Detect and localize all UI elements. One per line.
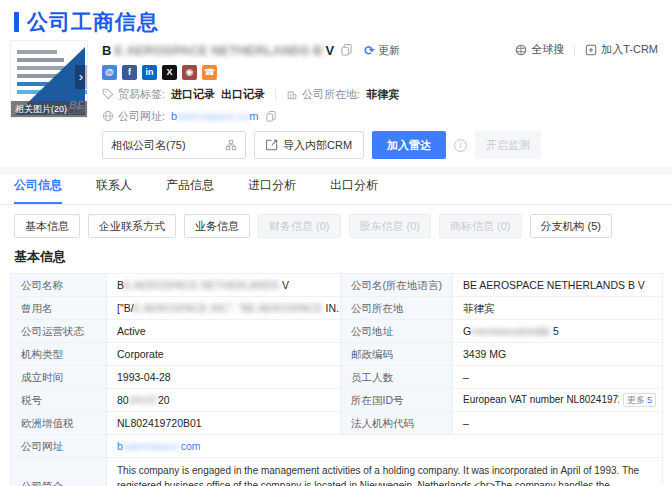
related-images-caption: 相关图片(20) [11,101,87,117]
import-icon [266,139,278,151]
value-suffix: IN... [323,302,341,314]
header-actions: 全球搜 加入T-CRM [515,42,658,57]
table-row: 公司名称 BE AEROSPACE NETHERLANDS V 公司名(所在地语… [11,274,663,297]
social-icons-row: @ f in X ◉ ☎ [102,65,658,80]
field-value: Groenewoudsedijk 5 [453,320,663,343]
export-records-link[interactable]: 出口记录 [221,87,265,102]
tab-import-analysis[interactable]: 进口分析 [248,177,296,204]
value-prefix: ["B/ [117,302,134,314]
field-label: 公司名称 [11,274,107,297]
info-icon[interactable]: i [454,139,467,152]
subtab-business-info[interactable]: 业务信息 [184,214,250,238]
field-value: – [453,412,663,435]
join-radar-button[interactable]: 加入雷达 [372,131,446,159]
copy-icon[interactable] [266,111,280,122]
value-redacted: E AEROSPACE INC", "BE AEROSPACE [134,302,323,314]
field-label: 公司地址 [341,320,453,343]
field-label: 曾用名 [11,297,107,320]
tab-product-info[interactable]: 产品信息 [166,177,214,204]
field-label: 成立时间 [11,366,107,389]
field-value: BE AEROSPACE NETHERLANDS V [107,274,341,297]
website-row: 公司网址: beaerospace.com [102,108,658,124]
value-redacted: eaerospace. [123,440,181,452]
field-label: 邮政编码 [341,343,453,366]
table-row: 成立时间 1993-04-28 员工人数 – [11,366,663,389]
website-label: 公司网址: [118,109,165,124]
trade-tags-label: 贸易标签: [118,87,165,102]
company-website-link[interactable]: beaerospace.com [171,110,258,122]
field-value: BE AEROSPACE NETHERLANDS B V [453,274,663,297]
trade-tags-row: 贸易标签: 进口记录 出口记录 公司所在地: 菲律宾 [102,86,658,102]
instagram-icon[interactable]: ◉ [182,65,197,80]
action-row: 相似公司名(75) 导入内部CRM 加入雷达 i 开启监测 [102,131,658,159]
copy-icon[interactable] [341,44,352,56]
phone-icon[interactable]: ☎ [202,65,217,80]
sub-tabs: 基本信息 企业联系方式 业务信息 财务信息 (0) 股东信息 (0) 商标信息 … [0,205,672,238]
field-label: 员工人数 [341,366,453,389]
field-value: beaerospace.com [107,435,663,458]
company-name-redacted: E AEROSPACE NETHERLANDS B [114,43,322,58]
subtab-branches[interactable]: 分支机构 (5) [530,214,613,238]
field-label: 公司简介 [11,458,107,486]
tab-contacts[interactable]: 联系人 [96,177,132,204]
similar-companies-input[interactable]: 相似公司名(75) [102,131,246,159]
value-prefix: 80 [117,394,129,406]
website-suffix: m [249,110,258,122]
subtab-financial-info: 财务信息 (0) [258,214,341,238]
import-crm-button[interactable]: 导入内部CRM [254,131,364,159]
value-redacted: roenewoudsedijk [471,325,550,337]
linkedin-icon[interactable]: in [142,65,157,80]
field-label: 公司网址 [11,435,107,458]
company-description: This company is engaged in the managemen… [107,458,663,486]
company-name-prefix: B [102,43,111,58]
page-title-row: 公司工商信息 [0,0,672,34]
field-value: 802419720 [107,389,341,412]
x-twitter-icon[interactable]: X [162,65,177,80]
join-tcrm-label: 加入T-CRM [601,42,658,57]
subtab-shareholder-info: 股东信息 (0) [349,214,432,238]
value-suffix: com [181,440,201,452]
value-prefix: G [463,325,471,337]
join-tcrm-button[interactable]: 加入T-CRM [585,42,658,57]
table-row: 税号 802419720 所在国ID号 European VAT number … [11,389,663,412]
tag-icon [102,88,114,100]
update-button[interactable]: 更新 [378,43,400,58]
import-records-link[interactable]: 进口记录 [171,87,215,102]
table-website-link[interactable]: beaerospace.com [117,440,200,452]
description-text: This company is engaged in the managemen… [117,465,639,486]
company-name-suffix: V [325,43,334,58]
more-ids-button[interactable]: 更多5 [623,393,656,407]
company-name: BE AEROSPACE NETHERLANDS BV [102,43,334,58]
company-logo[interactable]: AEROSPACE BE 相关图片(20) › [10,40,88,118]
value-redacted: 24197 [129,394,158,406]
country-id-value: European VAT number NL802419720B01 [463,393,619,407]
field-label: 机构类型 [11,343,107,366]
facebook-icon[interactable]: f [122,65,137,80]
import-crm-label: 导入内部CRM [283,138,352,153]
global-search-button[interactable]: 全球搜 [515,42,564,57]
next-image-chevron-icon[interactable]: › [75,65,87,89]
field-value: Active [107,320,341,343]
company-location: 菲律宾 [366,87,399,102]
table-row: 机构类型 Corporate 邮政编码 3439 MG [11,343,663,366]
email-icon[interactable]: @ [102,65,117,80]
page-title: 公司工商信息 [27,8,159,36]
field-value: 3439 MG [453,343,663,366]
section-divider [0,167,672,175]
subtab-basic-info[interactable]: 基本信息 [14,214,80,238]
similar-companies-icon [225,139,237,151]
more-count: 5 [647,394,652,406]
field-label: 公司所在地 [341,297,453,320]
tab-export-analysis[interactable]: 出口分析 [330,177,378,204]
subtab-contact-methods[interactable]: 企业联系方式 [88,214,176,238]
divider [574,44,575,56]
start-monitoring-button[interactable]: 开启监测 [475,131,541,159]
tab-company-info[interactable]: 公司信息 [14,177,62,204]
similar-companies-value: 相似公司名(75) [111,138,186,153]
more-label: 更多 [627,394,645,406]
location-label: 公司所在地: [302,87,360,102]
refresh-icon[interactable]: ⟳ [364,43,375,58]
field-label: 所在国ID号 [341,389,453,412]
section-title: 基本信息 [14,248,658,266]
value-suffix: 5 [553,325,559,337]
